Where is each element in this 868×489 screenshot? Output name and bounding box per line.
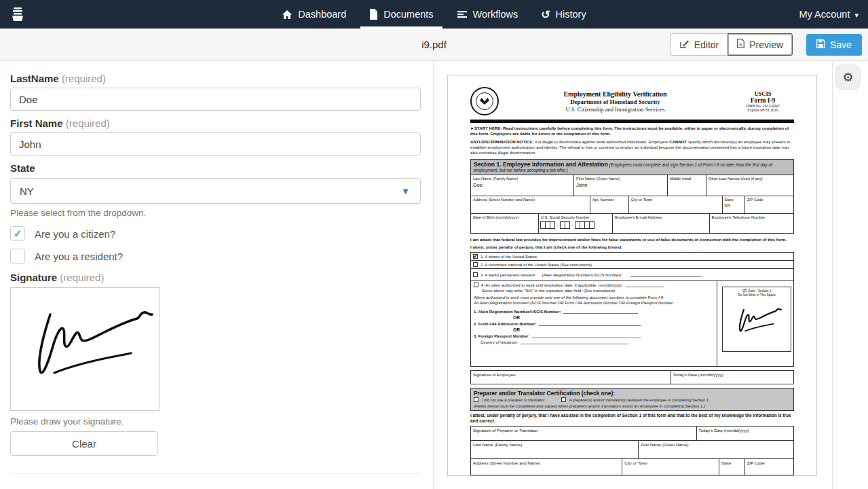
pdf-state-cell[interactable]: State NY — [723, 196, 745, 213]
last-name-label-text: LastName — [10, 73, 59, 84]
preparer-address-cell[interactable]: Address (Street Number and Name) — [471, 459, 622, 475]
section1-header: Section 1. Employee Information and Atte… — [470, 159, 794, 176]
home-icon — [282, 10, 293, 20]
first-name-label-text: First Name — [10, 117, 63, 129]
pdf-subtitle: Department of Homeland Security — [499, 98, 732, 105]
pdf-checkbox-checked[interactable]: ✔ — [473, 254, 478, 259]
last-name-input[interactable] — [10, 88, 421, 111]
preparer-first-name-label: First Name (Given Name) — [641, 442, 791, 447]
state-helper-text: Please select from the dropdown. — [10, 208, 421, 218]
pdf-agency: U.S. Citizenship and Immigration Service… — [499, 106, 732, 113]
signature-canvas[interactable] — [10, 287, 159, 411]
permanent-resident-option-row[interactable]: 3. A lawful permanent resident (Alien Re… — [470, 269, 794, 281]
pdf-checkbox[interactable] — [474, 283, 478, 287]
alien-option-row[interactable]: 4. An alien authorized to work until (ex… — [474, 283, 714, 287]
pdf-checkbox[interactable] — [474, 397, 478, 402]
pdf-address-cell[interactable]: Address (Street Number and Name) — [471, 196, 590, 213]
nav-item-dashboard[interactable]: Dashboard — [273, 0, 355, 29]
citizen-option-row[interactable]: ✔ 1. A citizen of the United States — [470, 252, 794, 261]
aliens-note-line2: An Alien Registration Number/USCIS Numbe… — [474, 301, 714, 306]
employee-date-label: Today's Date (mm/dd/yyyy) — [673, 372, 792, 377]
preparer-first-name-cell[interactable]: First Name (Given Name) — [639, 441, 793, 458]
preview-button[interactable]: A Preview — [728, 33, 793, 56]
pdf-header: Employment Eligibility Verification Depa… — [470, 87, 794, 115]
pdf-checkbox[interactable] — [473, 262, 478, 267]
employee-signature-cell[interactable]: Signature of Employee — [471, 371, 671, 384]
signature-drawing — [11, 288, 160, 412]
pdf-zip-cell[interactable]: ZIP Code — [745, 196, 793, 213]
signature-required-hint: (required) — [60, 272, 104, 283]
pdf-dob-cell[interactable]: Date of Birth (mm/dd/yyyy) — [471, 214, 539, 233]
pdf-ssn-cell[interactable]: U.S. Social Security Number - - — [539, 214, 613, 233]
citizen-checkbox-row[interactable]: ✓ Are you a citizen? — [10, 226, 421, 241]
save-button[interactable]: Save — [806, 34, 862, 56]
pdf-checkbox[interactable] — [561, 397, 566, 402]
resident-checkbox-row[interactable]: Are you a resident? — [10, 249, 421, 264]
clear-signature-button[interactable]: Clear — [10, 431, 158, 456]
pdf-first-name-label: First Name (Given Name) — [576, 177, 665, 181]
qr-code-box: QR Code - Section 1 Do Not Write In This… — [722, 287, 791, 352]
pdf-other-names-label: Other Last Names Used (if any) — [709, 177, 791, 181]
pdf-last-name-cell[interactable]: Last Name (Family Name) Doe — [471, 175, 574, 196]
nav-item-history[interactable]: ↺ History — [532, 0, 595, 29]
history-icon: ↺ — [541, 8, 550, 21]
preparer-address-label: Address (Street Number and Name) — [473, 460, 620, 465]
pdf-first-name-cell[interactable]: First Name (Given Name) John — [574, 175, 668, 196]
pdf-city-cell[interactable]: City or Town — [629, 196, 723, 213]
pdf-preview-area[interactable]: Employment Eligibility Verification Depa… — [434, 61, 833, 489]
noncitizen-option-row[interactable]: 2. A noncitizen national of the United S… — [470, 261, 794, 269]
or-separator: OR — [513, 315, 714, 320]
alien-reg-number-line[interactable]: 1. Alien Registration Number/USCIS Numbe… — [474, 310, 714, 314]
i94-number-line[interactable]: 2. Form I-94 Admission Number: — [474, 322, 714, 326]
stamped-signature — [728, 300, 786, 345]
no-preparer-label: I did not use a preparer or translator. — [482, 398, 546, 402]
signature-label: Signature (required) — [10, 272, 421, 283]
preparer-zip-cell[interactable]: ZIP Code — [745, 459, 793, 475]
preparer-city-cell[interactable]: City or Town — [622, 459, 719, 475]
preparer-signature-cell[interactable]: Signature of Preparer or Translator — [471, 427, 697, 440]
pdf-checkbox[interactable] — [473, 272, 478, 277]
passport-number-line[interactable]: 3. Foreign Passport Number: — [474, 334, 714, 338]
resident-checkbox[interactable] — [10, 249, 25, 264]
list-lines-icon — [457, 10, 468, 19]
anti-discrimination-label: ANTI-DISCRIMINATION NOTICE: — [470, 139, 533, 144]
pdf-state-value: NY — [725, 203, 742, 208]
pdf-phone-cell[interactable]: Employee's Telephone Number — [710, 214, 794, 233]
employee-signature-label: Signature of Employee — [473, 372, 668, 377]
preparer-state-label: State — [721, 460, 742, 465]
noncitizen-option-label: 2. A noncitizen national of the United S… — [480, 263, 592, 267]
first-name-input[interactable] — [10, 132, 421, 156]
pdf-apt-cell[interactable]: Apt. Number — [590, 196, 629, 213]
settings-button[interactable]: ⚙ — [835, 65, 861, 90]
account-menu[interactable]: My Account ▾ — [790, 0, 868, 29]
alien-number-hint: (Alien Registration Number/USCIS Number)… — [542, 273, 622, 277]
preview-button-label: Preview — [749, 39, 783, 50]
pdf-email-cell[interactable]: Employee's E-mail Address — [613, 214, 710, 233]
blank-line — [532, 334, 641, 338]
preparer-last-name-cell[interactable]: Last Name (Family Name) — [471, 441, 639, 458]
employee-date-cell[interactable]: Today's Date (mm/dd/yyyy) — [671, 371, 794, 384]
nav-item-workflows[interactable]: Workflows — [448, 0, 527, 29]
preparer-state-cell[interactable]: State — [719, 459, 745, 475]
signature-label-text: Signature — [10, 272, 57, 283]
pdf-middle-initial-cell[interactable]: Middle Initial — [668, 175, 706, 196]
pdf-page: Employment Eligibility Verification Depa… — [447, 75, 817, 476]
nav-item-label: History — [556, 9, 586, 20]
pdf-ssn-label: U.S. Social Security Number — [541, 215, 610, 220]
citizen-checkbox[interactable]: ✓ — [10, 226, 25, 241]
uscis-label: USCIS — [732, 90, 794, 97]
nav-item-documents[interactable]: Documents — [360, 0, 442, 29]
state-select[interactable]: NY ▾ — [10, 178, 421, 204]
toolbar-actions: Editor A Preview Save — [671, 33, 868, 56]
blank-line — [539, 322, 641, 326]
preparer-date-label: Today's Date (mm/dd/yyyy) — [699, 428, 792, 433]
preparer-zip-label: ZIP Code — [747, 460, 791, 465]
start-here-label: ►START HERE: — [470, 126, 502, 130]
preparer-checkboxes: I did not use a preparer or translator. … — [474, 397, 791, 402]
country-issuance-line[interactable]: Country of Issuance: — [480, 340, 714, 344]
preparer-date-cell[interactable]: Today's Date (mm/dd/yyyy) — [697, 427, 794, 440]
editor-button[interactable]: Editor — [671, 33, 728, 56]
pdf-other-names-cell[interactable]: Other Last Names Used (if any) — [706, 175, 793, 196]
check-icon: ✓ — [14, 228, 22, 240]
pdf-state-label: State — [725, 198, 742, 202]
